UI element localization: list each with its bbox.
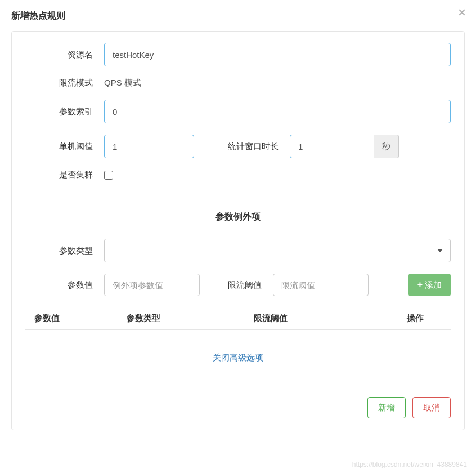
- table-header-param-type: 参数类型: [127, 313, 239, 324]
- param-index-label: 参数索引: [25, 106, 104, 117]
- table-header-action: 操作: [352, 313, 451, 324]
- table-header-param-value: 参数值: [25, 313, 127, 324]
- param-value-label: 参数值: [25, 280, 104, 291]
- exception-section-title: 参数例外项: [25, 211, 451, 223]
- plus-icon: +: [417, 280, 423, 290]
- limit-threshold-input[interactable]: [273, 274, 369, 296]
- table-header: 参数值 参数类型 限流阈值 操作: [25, 307, 451, 330]
- watermark: https://blog.csdn.net/weixin_43889841: [352, 461, 467, 468]
- close-icon[interactable]: ×: [458, 6, 466, 19]
- table-header-limit-threshold: 限流阈值: [239, 313, 352, 324]
- threshold-label: 单机阈值: [25, 141, 104, 152]
- stat-window-unit: 秒: [374, 135, 399, 158]
- add-button[interactable]: + 添加: [408, 274, 451, 296]
- threshold-input[interactable]: [104, 135, 194, 158]
- flow-mode-value: QPS 模式: [104, 78, 141, 88]
- cancel-button[interactable]: 取消: [412, 397, 451, 418]
- divider: [25, 194, 451, 194]
- limit-threshold-label: 限流阈值: [200, 280, 273, 291]
- stat-window-label: 统计窗口时长: [194, 141, 290, 152]
- param-type-label: 参数类型: [25, 246, 104, 256]
- confirm-button[interactable]: 新增: [367, 397, 406, 418]
- flow-mode-label: 限流模式: [25, 78, 104, 88]
- cluster-label: 是否集群: [25, 169, 104, 180]
- cluster-checkbox[interactable]: [104, 171, 113, 180]
- param-value-input[interactable]: [104, 274, 200, 296]
- resource-name-label: 资源名: [25, 50, 104, 60]
- param-index-input[interactable]: [104, 100, 451, 123]
- param-type-select[interactable]: [104, 239, 451, 262]
- modal-title: 新增热点规则: [11, 10, 465, 22]
- close-advanced-link[interactable]: 关闭高级选项: [25, 352, 451, 363]
- stat-window-input[interactable]: [290, 135, 374, 158]
- add-button-label: 添加: [425, 280, 442, 291]
- resource-name-input[interactable]: [104, 43, 451, 66]
